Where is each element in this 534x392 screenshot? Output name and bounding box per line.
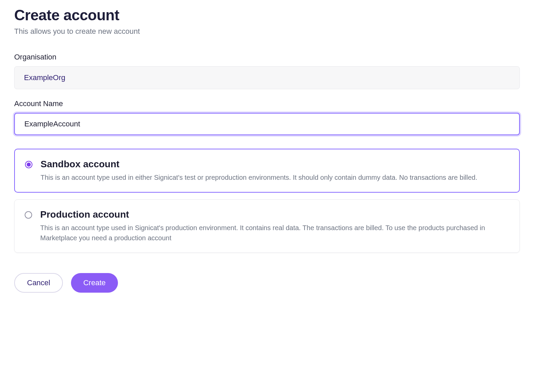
account-name-input[interactable] (14, 113, 520, 135)
sandbox-radio[interactable] (25, 161, 32, 168)
organisation-field-group: Organisation ExampleOrg (14, 53, 520, 89)
production-radio[interactable] (25, 211, 32, 219)
production-title: Production account (40, 209, 509, 220)
account-name-label: Account Name (14, 99, 520, 108)
production-description: This is an account type used in Signicat… (40, 223, 509, 243)
account-type-options: Sandbox account This is an account type … (14, 149, 520, 253)
organisation-label: Organisation (14, 53, 520, 62)
account-name-field-group: Account Name (14, 99, 520, 135)
organisation-value: ExampleOrg (14, 66, 520, 89)
page-title: Create account (14, 7, 520, 24)
cancel-button[interactable]: Cancel (14, 273, 63, 293)
sandbox-title: Sandbox account (41, 159, 509, 170)
page-subtitle: This allows you to create new account (14, 27, 520, 36)
sandbox-content: Sandbox account This is an account type … (41, 159, 509, 182)
production-content: Production account This is an account ty… (40, 209, 509, 243)
create-button[interactable]: Create (71, 273, 118, 293)
sandbox-description: This is an account type used in either S… (41, 172, 509, 182)
button-row: Cancel Create (14, 273, 520, 293)
sandbox-option-card[interactable]: Sandbox account This is an account type … (14, 149, 520, 193)
production-option-card[interactable]: Production account This is an account ty… (14, 199, 520, 253)
